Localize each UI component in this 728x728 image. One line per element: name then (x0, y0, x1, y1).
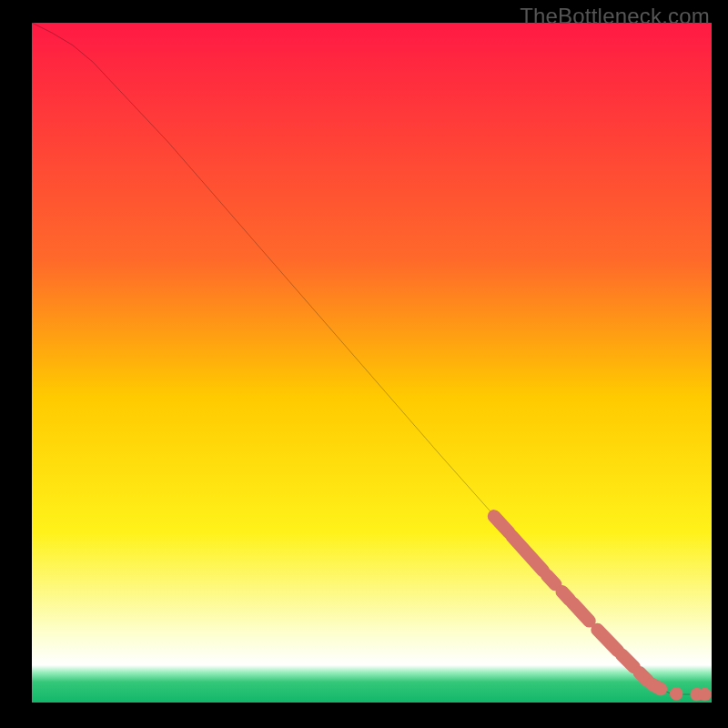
overlay-segment (547, 575, 555, 584)
chart-canvas (32, 23, 712, 703)
overlay-segment (640, 672, 648, 681)
chart-plot-area (32, 23, 712, 703)
chart-stage: TheBottleneck.com (0, 0, 728, 728)
watermark-text: TheBottleneck.com (520, 4, 710, 29)
overlay-segment (622, 655, 633, 667)
overlay-dot (698, 688, 711, 701)
overlay-segment (652, 684, 661, 689)
chart-background (32, 23, 712, 703)
overlay-dot (670, 687, 682, 700)
